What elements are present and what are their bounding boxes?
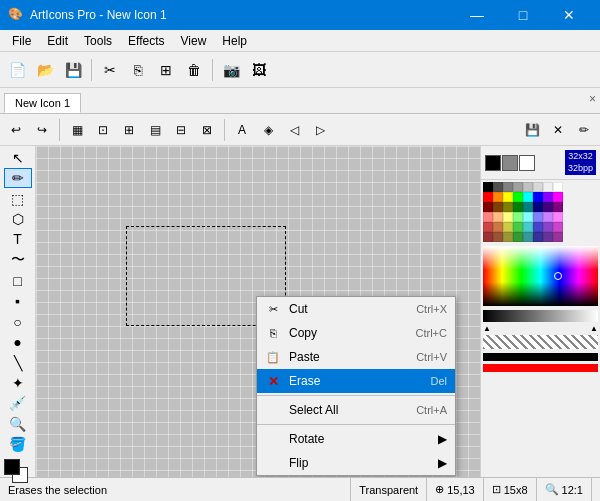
swatch-cyan[interactable] (523, 192, 533, 202)
ctx-copy[interactable]: ⎘ Copy Ctrl+C (257, 321, 455, 345)
swatch-5-1[interactable] (483, 222, 493, 232)
swatch-5-3[interactable] (503, 222, 513, 232)
maximize-button[interactable]: □ (500, 0, 546, 30)
tab-close-button[interactable]: × (589, 92, 596, 106)
swatch-lighter-gray[interactable] (533, 182, 543, 192)
tool-star[interactable]: ✦ (4, 373, 32, 392)
tool-lasso[interactable]: ⬡ (4, 209, 32, 228)
swatch-med-gray[interactable] (513, 182, 523, 192)
toolbar-export[interactable]: 🖼 (246, 57, 272, 83)
swatch-gray[interactable] (503, 182, 513, 192)
swatch-pink[interactable] (553, 212, 563, 222)
minimize-button[interactable]: — (454, 0, 500, 30)
swatch-5-2[interactable] (493, 222, 503, 232)
swatch-5-7[interactable] (543, 222, 553, 232)
foreground-color[interactable] (4, 459, 20, 475)
ctx-rotate[interactable]: Rotate ▶ (257, 427, 455, 451)
swatch-light-yellow[interactable] (503, 212, 513, 222)
redo-button[interactable]: ↪ (30, 118, 54, 142)
swatch-6-1[interactable] (483, 232, 493, 242)
toolbar-open[interactable]: 📂 (32, 57, 58, 83)
gradient-picker[interactable] (483, 246, 598, 306)
toolbar-save[interactable]: 💾 (60, 57, 86, 83)
close-button[interactable]: ✕ (546, 0, 592, 30)
tool-fill[interactable]: 🪣 (4, 434, 32, 453)
tool-curve[interactable]: 〜 (4, 250, 32, 270)
swatch-6-3[interactable] (503, 232, 513, 242)
swatch-5-5[interactable] (523, 222, 533, 232)
toolbar-cut[interactable]: ✂ (97, 57, 123, 83)
grid4-button[interactable]: ▤ (143, 118, 167, 142)
grid-button[interactable]: ▦ (65, 118, 89, 142)
swatch-dark-red[interactable] (483, 202, 493, 212)
swatch-5-6[interactable] (533, 222, 543, 232)
swatch-brown[interactable] (493, 202, 503, 212)
red-bar[interactable] (483, 364, 598, 372)
swatch-blue[interactable] (533, 192, 543, 202)
tab-new-icon-1[interactable]: New Icon 1 (4, 93, 81, 113)
swatch-navy[interactable] (533, 202, 543, 212)
swatch-6-4[interactable] (513, 232, 523, 242)
swatch-6-6[interactable] (533, 232, 543, 242)
text-button[interactable]: A (230, 118, 254, 142)
ctx-flip[interactable]: Flip ▶ (257, 451, 455, 475)
swatch-6-5[interactable] (523, 232, 533, 242)
grid5-button[interactable]: ⊟ (169, 118, 193, 142)
toolbar-paste[interactable]: ⊞ (153, 57, 179, 83)
menu-view[interactable]: View (173, 32, 215, 50)
swatch-green[interactable] (513, 192, 523, 202)
swatch-light-gray[interactable] (523, 182, 533, 192)
delete-icon-button[interactable]: ✕ (546, 118, 570, 142)
tool-rect[interactable]: □ (4, 271, 32, 290)
menu-help[interactable]: Help (214, 32, 255, 50)
menu-effects[interactable]: Effects (120, 32, 172, 50)
swatch-lavender[interactable] (543, 212, 553, 222)
swatch-light-red[interactable] (483, 212, 493, 222)
swatch-light-cyan[interactable] (523, 212, 533, 222)
swatch-magenta[interactable] (553, 192, 563, 202)
toolbar-new[interactable]: 📄 (4, 57, 30, 83)
swatch-near-white[interactable] (543, 182, 553, 192)
swatch-6-2[interactable] (493, 232, 503, 242)
menu-file[interactable]: File (4, 32, 39, 50)
tool-pencil[interactable]: ✏ (4, 168, 32, 187)
toolbar-import[interactable]: 📷 (218, 57, 244, 83)
swatch-5-4[interactable] (513, 222, 523, 232)
black-bar[interactable] (483, 353, 598, 361)
prev-button[interactable]: ◁ (282, 118, 306, 142)
ctx-select-all[interactable]: Select All Ctrl+A (257, 398, 455, 422)
canvas-area[interactable]: ✂ Cut Ctrl+X ⎘ Copy Ctrl+C 📋 Paste Ctrl+… (36, 146, 480, 477)
grid2-button[interactable]: ⊡ (91, 118, 115, 142)
menu-edit[interactable]: Edit (39, 32, 76, 50)
tool-select[interactable]: ↖ (4, 148, 32, 167)
swatch-peach[interactable] (493, 212, 503, 222)
swatch-dark-green[interactable] (513, 202, 523, 212)
swatch-6-8[interactable] (553, 232, 563, 242)
ctx-erase[interactable]: ✕ Erase Del (257, 369, 455, 393)
next-button[interactable]: ▷ (308, 118, 332, 142)
swatch-red[interactable] (483, 192, 493, 202)
swatch-purple[interactable] (543, 192, 553, 202)
menu-tools[interactable]: Tools (76, 32, 120, 50)
swatch-5-8[interactable] (553, 222, 563, 232)
tool-eyedrop[interactable]: 💉 (4, 394, 32, 413)
tool-line[interactable]: ╲ (4, 353, 32, 372)
tool-rect-select[interactable]: ⬚ (4, 189, 32, 208)
edit-icon-button[interactable]: ✏ (572, 118, 596, 142)
tool-text[interactable]: T (4, 230, 32, 249)
tool-fill-ellipse[interactable]: ● (4, 332, 32, 351)
undo-button[interactable]: ↩ (4, 118, 28, 142)
ctx-cut[interactable]: ✂ Cut Ctrl+X (257, 297, 455, 321)
swatch-teal[interactable] (523, 202, 533, 212)
tool-ellipse[interactable]: ○ (4, 312, 32, 331)
swatch-maroon[interactable] (553, 202, 563, 212)
gradient-button[interactable]: ◈ (256, 118, 280, 142)
swatch-olive[interactable] (503, 202, 513, 212)
swatch-black[interactable] (483, 182, 493, 192)
toolbar-delete[interactable]: 🗑 (181, 57, 207, 83)
tool-zoom[interactable]: 🔍 (4, 414, 32, 433)
swatch-orange[interactable] (493, 192, 503, 202)
swatch-light-blue[interactable] (533, 212, 543, 222)
toolbar-copy[interactable]: ⎘ (125, 57, 151, 83)
swatch-yellow[interactable] (503, 192, 513, 202)
